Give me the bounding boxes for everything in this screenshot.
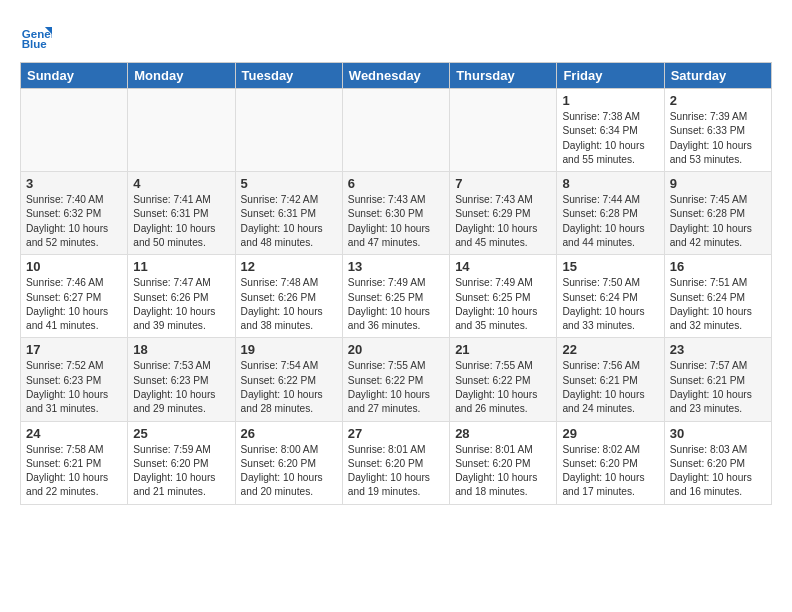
calendar-cell: 25Sunrise: 7:59 AM Sunset: 6:20 PM Dayli…: [128, 421, 235, 504]
calendar-cell: 24Sunrise: 7:58 AM Sunset: 6:21 PM Dayli…: [21, 421, 128, 504]
day-number: 1: [562, 93, 658, 108]
day-number: 26: [241, 426, 337, 441]
calendar-cell: [235, 89, 342, 172]
day-number: 16: [670, 259, 766, 274]
day-info: Sunrise: 8:02 AM Sunset: 6:20 PM Dayligh…: [562, 443, 658, 500]
calendar-cell: 21Sunrise: 7:55 AM Sunset: 6:22 PM Dayli…: [450, 338, 557, 421]
day-info: Sunrise: 7:43 AM Sunset: 6:30 PM Dayligh…: [348, 193, 444, 250]
day-info: Sunrise: 7:44 AM Sunset: 6:28 PM Dayligh…: [562, 193, 658, 250]
day-number: 27: [348, 426, 444, 441]
day-number: 11: [133, 259, 229, 274]
calendar-week-row: 1Sunrise: 7:38 AM Sunset: 6:34 PM Daylig…: [21, 89, 772, 172]
day-number: 13: [348, 259, 444, 274]
calendar-cell: 29Sunrise: 8:02 AM Sunset: 6:20 PM Dayli…: [557, 421, 664, 504]
calendar-cell: 7Sunrise: 7:43 AM Sunset: 6:29 PM Daylig…: [450, 172, 557, 255]
day-info: Sunrise: 7:50 AM Sunset: 6:24 PM Dayligh…: [562, 276, 658, 333]
calendar-body: 1Sunrise: 7:38 AM Sunset: 6:34 PM Daylig…: [21, 89, 772, 505]
day-info: Sunrise: 7:55 AM Sunset: 6:22 PM Dayligh…: [455, 359, 551, 416]
calendar-header-row: SundayMondayTuesdayWednesdayThursdayFrid…: [21, 63, 772, 89]
day-info: Sunrise: 7:43 AM Sunset: 6:29 PM Dayligh…: [455, 193, 551, 250]
calendar-week-row: 10Sunrise: 7:46 AM Sunset: 6:27 PM Dayli…: [21, 255, 772, 338]
day-info: Sunrise: 8:00 AM Sunset: 6:20 PM Dayligh…: [241, 443, 337, 500]
calendar-cell: 22Sunrise: 7:56 AM Sunset: 6:21 PM Dayli…: [557, 338, 664, 421]
calendar-cell: 10Sunrise: 7:46 AM Sunset: 6:27 PM Dayli…: [21, 255, 128, 338]
day-info: Sunrise: 7:41 AM Sunset: 6:31 PM Dayligh…: [133, 193, 229, 250]
page-header: General Blue: [20, 20, 772, 52]
day-info: Sunrise: 7:46 AM Sunset: 6:27 PM Dayligh…: [26, 276, 122, 333]
weekday-header: Tuesday: [235, 63, 342, 89]
calendar-cell: 11Sunrise: 7:47 AM Sunset: 6:26 PM Dayli…: [128, 255, 235, 338]
logo: General Blue: [20, 20, 58, 52]
calendar-cell: [128, 89, 235, 172]
day-info: Sunrise: 7:42 AM Sunset: 6:31 PM Dayligh…: [241, 193, 337, 250]
calendar-cell: 27Sunrise: 8:01 AM Sunset: 6:20 PM Dayli…: [342, 421, 449, 504]
calendar-cell: 17Sunrise: 7:52 AM Sunset: 6:23 PM Dayli…: [21, 338, 128, 421]
day-number: 18: [133, 342, 229, 357]
day-number: 24: [26, 426, 122, 441]
calendar-cell: 26Sunrise: 8:00 AM Sunset: 6:20 PM Dayli…: [235, 421, 342, 504]
calendar: SundayMondayTuesdayWednesdayThursdayFrid…: [20, 62, 772, 505]
calendar-cell: 18Sunrise: 7:53 AM Sunset: 6:23 PM Dayli…: [128, 338, 235, 421]
day-number: 29: [562, 426, 658, 441]
day-number: 10: [26, 259, 122, 274]
calendar-week-row: 17Sunrise: 7:52 AM Sunset: 6:23 PM Dayli…: [21, 338, 772, 421]
calendar-cell: 20Sunrise: 7:55 AM Sunset: 6:22 PM Dayli…: [342, 338, 449, 421]
day-number: 2: [670, 93, 766, 108]
calendar-cell: 4Sunrise: 7:41 AM Sunset: 6:31 PM Daylig…: [128, 172, 235, 255]
calendar-cell: 15Sunrise: 7:50 AM Sunset: 6:24 PM Dayli…: [557, 255, 664, 338]
day-number: 6: [348, 176, 444, 191]
weekday-header: Saturday: [664, 63, 771, 89]
day-number: 22: [562, 342, 658, 357]
calendar-cell: [21, 89, 128, 172]
weekday-header: Sunday: [21, 63, 128, 89]
calendar-cell: 9Sunrise: 7:45 AM Sunset: 6:28 PM Daylig…: [664, 172, 771, 255]
day-number: 25: [133, 426, 229, 441]
calendar-cell: 1Sunrise: 7:38 AM Sunset: 6:34 PM Daylig…: [557, 89, 664, 172]
day-number: 8: [562, 176, 658, 191]
calendar-cell: [342, 89, 449, 172]
day-info: Sunrise: 8:03 AM Sunset: 6:20 PM Dayligh…: [670, 443, 766, 500]
svg-text:Blue: Blue: [22, 38, 48, 50]
day-info: Sunrise: 7:55 AM Sunset: 6:22 PM Dayligh…: [348, 359, 444, 416]
calendar-week-row: 3Sunrise: 7:40 AM Sunset: 6:32 PM Daylig…: [21, 172, 772, 255]
calendar-cell: 2Sunrise: 7:39 AM Sunset: 6:33 PM Daylig…: [664, 89, 771, 172]
calendar-cell: 19Sunrise: 7:54 AM Sunset: 6:22 PM Dayli…: [235, 338, 342, 421]
logo-icon: General Blue: [20, 20, 52, 52]
day-info: Sunrise: 7:39 AM Sunset: 6:33 PM Dayligh…: [670, 110, 766, 167]
day-number: 23: [670, 342, 766, 357]
day-info: Sunrise: 7:59 AM Sunset: 6:20 PM Dayligh…: [133, 443, 229, 500]
day-number: 28: [455, 426, 551, 441]
day-number: 12: [241, 259, 337, 274]
day-info: Sunrise: 7:53 AM Sunset: 6:23 PM Dayligh…: [133, 359, 229, 416]
calendar-cell: 12Sunrise: 7:48 AM Sunset: 6:26 PM Dayli…: [235, 255, 342, 338]
day-number: 9: [670, 176, 766, 191]
day-info: Sunrise: 7:45 AM Sunset: 6:28 PM Dayligh…: [670, 193, 766, 250]
day-number: 5: [241, 176, 337, 191]
calendar-cell: 16Sunrise: 7:51 AM Sunset: 6:24 PM Dayli…: [664, 255, 771, 338]
day-info: Sunrise: 7:58 AM Sunset: 6:21 PM Dayligh…: [26, 443, 122, 500]
day-info: Sunrise: 7:52 AM Sunset: 6:23 PM Dayligh…: [26, 359, 122, 416]
calendar-cell: 28Sunrise: 8:01 AM Sunset: 6:20 PM Dayli…: [450, 421, 557, 504]
day-number: 20: [348, 342, 444, 357]
weekday-header: Wednesday: [342, 63, 449, 89]
day-number: 17: [26, 342, 122, 357]
day-info: Sunrise: 7:49 AM Sunset: 6:25 PM Dayligh…: [348, 276, 444, 333]
calendar-cell: 3Sunrise: 7:40 AM Sunset: 6:32 PM Daylig…: [21, 172, 128, 255]
calendar-week-row: 24Sunrise: 7:58 AM Sunset: 6:21 PM Dayli…: [21, 421, 772, 504]
day-info: Sunrise: 7:51 AM Sunset: 6:24 PM Dayligh…: [670, 276, 766, 333]
calendar-cell: 30Sunrise: 8:03 AM Sunset: 6:20 PM Dayli…: [664, 421, 771, 504]
day-number: 21: [455, 342, 551, 357]
day-number: 7: [455, 176, 551, 191]
day-info: Sunrise: 8:01 AM Sunset: 6:20 PM Dayligh…: [455, 443, 551, 500]
day-info: Sunrise: 7:40 AM Sunset: 6:32 PM Dayligh…: [26, 193, 122, 250]
day-info: Sunrise: 8:01 AM Sunset: 6:20 PM Dayligh…: [348, 443, 444, 500]
day-info: Sunrise: 7:47 AM Sunset: 6:26 PM Dayligh…: [133, 276, 229, 333]
day-info: Sunrise: 7:57 AM Sunset: 6:21 PM Dayligh…: [670, 359, 766, 416]
day-info: Sunrise: 7:56 AM Sunset: 6:21 PM Dayligh…: [562, 359, 658, 416]
calendar-cell: 13Sunrise: 7:49 AM Sunset: 6:25 PM Dayli…: [342, 255, 449, 338]
day-info: Sunrise: 7:38 AM Sunset: 6:34 PM Dayligh…: [562, 110, 658, 167]
day-number: 30: [670, 426, 766, 441]
weekday-header: Friday: [557, 63, 664, 89]
day-info: Sunrise: 7:48 AM Sunset: 6:26 PM Dayligh…: [241, 276, 337, 333]
calendar-cell: 5Sunrise: 7:42 AM Sunset: 6:31 PM Daylig…: [235, 172, 342, 255]
